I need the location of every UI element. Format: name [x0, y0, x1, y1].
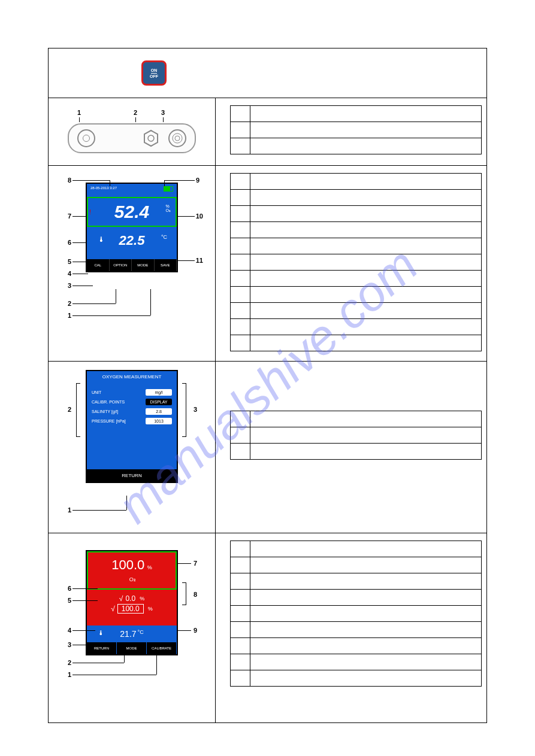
table-row — [231, 427, 482, 444]
calibr-value[interactable]: DISPLAY — [146, 399, 172, 405]
line2-value: 100.0 — [117, 604, 144, 614]
pressure-value[interactable]: 1013 — [146, 418, 172, 424]
connector-3 — [168, 129, 186, 147]
table-row — [231, 254, 482, 271]
callout: 8 — [194, 591, 197, 598]
svg-marker-0 — [144, 130, 158, 146]
temp-reading: 22.5 — [119, 233, 145, 248]
screen3-row: 100.0 % O₂ √ 0.0 % √ 100.0 % — [49, 533, 486, 722]
device-screen-2: OXYGEN MEASUREMENT UNIT mg/l CALIBR. POI… — [86, 370, 178, 483]
callout: 2 — [68, 659, 71, 666]
device-screen-1: 28-05-2013 3:27 ! 52.4 %O₂ 🌡 22.5 °C — [86, 183, 178, 272]
table-row — [231, 335, 482, 351]
callout: 7 — [68, 212, 71, 220]
connector-2 — [142, 129, 160, 147]
table-row — [231, 271, 482, 287]
callout: 6 — [68, 585, 71, 592]
callout: 4 — [68, 270, 71, 277]
device-screen-3: 100.0 % O₂ √ 0.0 % √ 100.0 % — [86, 550, 178, 655]
return-button[interactable]: RETURN — [87, 642, 117, 654]
check-icon: √ — [119, 594, 123, 603]
table-row — [231, 303, 482, 319]
callout: 8 — [68, 177, 71, 184]
table-row — [231, 541, 482, 557]
table-row — [231, 590, 482, 606]
screen3-desc-table — [230, 541, 482, 687]
mode-button[interactable]: MODE — [117, 642, 147, 654]
connector-label-1: 1 — [77, 109, 81, 116]
thermometer-icon: 🌡 — [98, 629, 104, 636]
unit-value[interactable]: mg/l — [146, 389, 172, 396]
calibr-label: CALIBR. POINTS — [92, 400, 125, 404]
connectors-row: 1 2 3 — [49, 98, 486, 166]
return-button[interactable]: RETURN — [87, 469, 177, 482]
table-row — [231, 606, 482, 622]
battery-icon — [164, 186, 173, 192]
svg-point-1 — [148, 135, 154, 141]
main-unit: %O₂ — [166, 204, 171, 213]
connector-panel: 1 2 3 — [63, 107, 201, 160]
screen1-row: 28-05-2013 3:27 ! 52.4 %O₂ 🌡 22.5 °C — [49, 166, 486, 362]
screen1-desc-table — [230, 173, 482, 351]
pressure-label: PRESSURE [hPa] — [92, 419, 126, 423]
table-row — [231, 122, 482, 138]
connector-1 — [77, 129, 95, 147]
callout: 3 — [194, 406, 197, 413]
check-icon: √ — [111, 605, 115, 613]
screen2-title: OXYGEN MEASUREMENT — [87, 371, 177, 382]
screen2-row: OXYGEN MEASUREMENT UNIT mg/l CALIBR. POI… — [49, 362, 486, 533]
table-row — [231, 670, 482, 687]
thermometer-icon: 🌡 — [98, 235, 105, 244]
table-row — [231, 206, 482, 222]
table-row — [231, 238, 482, 254]
temp-unit: °C — [161, 234, 167, 240]
table-row — [231, 638, 482, 654]
cal-main-value: 100.0 — [111, 557, 144, 572]
callout: 9 — [196, 177, 200, 184]
table-row — [231, 222, 482, 238]
connector-label-3: 3 — [161, 109, 165, 116]
table-row — [231, 557, 482, 573]
callout: 1 — [68, 506, 71, 514]
table-row — [231, 287, 482, 303]
power-button[interactable]: ON OFF — [141, 60, 167, 86]
svg-point-2 — [173, 133, 182, 143]
line1-value: 0.0 — [125, 594, 135, 603]
connector-label-2: 2 — [134, 109, 137, 116]
callout: 4 — [68, 627, 71, 634]
table-row — [231, 319, 482, 335]
cal-temp-value: 21.7 — [120, 629, 136, 639]
callout: 2 — [68, 406, 71, 413]
cal-temp-unit: °C — [138, 629, 144, 635]
table-row — [231, 174, 482, 190]
table-row — [231, 622, 482, 638]
datetime-label: 28-05-2013 3:27 — [90, 186, 117, 197]
document-page: manualshive.com ON OFF 1 2 3 — [48, 48, 487, 723]
cal-button[interactable]: CAL — [87, 259, 110, 271]
off-label: OFF — [150, 74, 158, 78]
main-reading: 52.4 — [114, 202, 149, 222]
mode-button[interactable]: MODE — [132, 259, 155, 271]
option-button[interactable]: OPTION — [110, 259, 132, 271]
screen2-desc-table — [230, 411, 482, 460]
callout: 7 — [194, 560, 197, 567]
callout: 5 — [68, 597, 71, 604]
table-row — [231, 138, 482, 154]
unit-label: UNIT — [92, 390, 101, 394]
on-label: ON — [151, 68, 158, 74]
callout: 10 — [196, 212, 203, 220]
callout: 1 — [68, 312, 71, 319]
warning-icon: ! — [89, 209, 91, 215]
table-row — [231, 654, 482, 670]
callout: 2 — [68, 300, 71, 307]
callout: 3 — [68, 641, 71, 648]
calibrate-button[interactable]: CALIBRATE — [147, 642, 177, 654]
callout: 3 — [68, 282, 71, 289]
callout: 11 — [196, 257, 203, 264]
line1-unit: % — [140, 596, 144, 602]
svg-point-3 — [175, 136, 180, 141]
table-row — [231, 444, 482, 460]
salinity-value[interactable]: 2.8 — [146, 408, 172, 415]
onoff-row: ON OFF — [49, 48, 486, 98]
save-button[interactable]: SAVE — [155, 259, 177, 271]
